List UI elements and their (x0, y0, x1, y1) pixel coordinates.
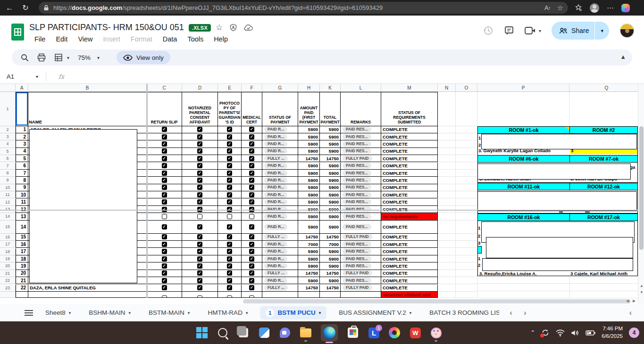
remarks-chip[interactable]: FULLY PAID (343, 270, 372, 276)
cell-E17[interactable]: ✓ (218, 241, 242, 248)
checkbox-return-slip[interactable]: ✓ (162, 285, 167, 290)
cell-C15[interactable]: ✓ (147, 221, 182, 234)
cell-N5[interactable] (438, 148, 456, 155)
cell-O20[interactable] (456, 262, 477, 270)
cell-M24[interactable]: notarized affidavit and (381, 292, 438, 298)
paint-format-caret[interactable]: ▾ (67, 55, 69, 60)
checkbox-return-slip[interactable]: ✓ (162, 134, 167, 139)
checkbox-parent-id[interactable]: ✓ (227, 185, 232, 190)
cell-E6[interactable]: ✓ (218, 155, 242, 162)
header-cell-C[interactable]: RETURN SLIP (147, 92, 182, 126)
view-only-badge[interactable]: View only (117, 51, 170, 64)
cell-G11[interactable]: PAID R... (262, 191, 298, 198)
sheet-tab-hmtm-rad[interactable]: HMTM-RAD▾ (202, 306, 253, 319)
tab-menu-caret[interactable]: ▾ (319, 311, 321, 315)
checkbox-return-slip[interactable] (162, 214, 167, 219)
remarks-chip[interactable]: PAID RES... (343, 141, 371, 147)
payment-status-chip[interactable]: PAID R... (264, 278, 287, 284)
cell-F12[interactable]: ✓ (242, 199, 262, 206)
checkbox-consent-affidavit[interactable]: ✓ (197, 263, 202, 269)
checkbox-medical-cert[interactable]: ✓ (249, 171, 254, 176)
cell-C19[interactable]: ✓ (147, 255, 182, 262)
cell-E9[interactable]: ✓ (218, 177, 242, 184)
cell-M18[interactable]: COMPLETE (381, 248, 438, 255)
checkbox-parent-id[interactable]: ✓ (227, 256, 232, 262)
cell-C7[interactable]: ✓ (147, 163, 182, 170)
cell-N17[interactable] (438, 241, 456, 248)
cell-C18[interactable]: ✓ (147, 248, 182, 255)
star-icon[interactable]: ☆ (216, 23, 223, 33)
header-cell-O[interactable] (456, 92, 477, 126)
checkbox-return-slip[interactable]: ✓ (162, 192, 167, 197)
cell-N15[interactable] (438, 221, 456, 234)
remarks-chip[interactable]: PAID RES... (343, 263, 371, 269)
frozen-column-divider[interactable] (146, 84, 148, 298)
cell-L4[interactable]: PAID RES... (341, 140, 381, 147)
cell-M19[interactable]: COMPLETE (381, 255, 438, 262)
cell-H16[interactable]: 14750 (298, 234, 320, 241)
payment-status-chip[interactable]: PAID R... (264, 248, 287, 254)
cell-D23[interactable]: ✓ (182, 285, 218, 292)
payment-status-chip[interactable]: PAID R... (264, 163, 287, 169)
remarks-chip[interactable]: PAID RES... (343, 148, 371, 154)
cell-L12[interactable]: PAID RES... (341, 199, 381, 206)
checkbox-consent-affidavit[interactable]: ✓ (197, 178, 202, 183)
remarks-chip[interactable]: PAID RES... (343, 199, 371, 205)
cell-L2[interactable]: PAID RES... (341, 126, 381, 133)
checkbox-medical-cert[interactable]: ✓ (249, 185, 254, 190)
remarks-chip[interactable]: PAID RES... (343, 163, 371, 169)
header-cell-G[interactable]: STATUS OF PAYMENT (262, 92, 298, 126)
cell-L21[interactable]: FULLY PAID (341, 270, 381, 277)
vertical-scrollbar-thumb[interactable] (639, 126, 644, 250)
cell-M2[interactable]: COMPLETE (381, 126, 438, 133)
browser-menu-icon[interactable]: ⋯ (607, 4, 614, 12)
cell-C22[interactable]: ✓ (147, 277, 182, 284)
header-cell-L[interactable]: REMARKS (341, 92, 381, 126)
checkbox-return-slip[interactable]: ✓ (162, 171, 167, 176)
cell-N20[interactable] (438, 262, 456, 270)
remarks-chip[interactable]: PAID RES... (343, 134, 371, 140)
checkbox-consent-affidavit[interactable] (197, 214, 202, 219)
horizontal-scrollbar[interactable] (0, 298, 638, 304)
header-cell-P[interactable] (477, 92, 569, 126)
cell-A22[interactable]: 21 (16, 277, 28, 284)
paint-format-icon[interactable] (52, 51, 65, 64)
cell-O16[interactable] (456, 234, 477, 241)
header-cell-D[interactable]: NOTARIZED PARENTAL CONSENT AFFIDAVIT (182, 92, 218, 126)
cell-D3[interactable]: ✓ (182, 133, 218, 140)
checkbox-consent-affidavit[interactable]: ✓ (197, 141, 202, 147)
cell-G18[interactable]: PAID R... (262, 248, 298, 255)
cell-H23[interactable]: 14750 (298, 285, 320, 292)
checkbox-consent-affidavit[interactable]: ✓ (197, 242, 202, 247)
cell-M12[interactable]: COMPLETE (381, 199, 438, 206)
cell-E14[interactable] (218, 213, 242, 220)
room-header-7[interactable]: ROOM #7-ok (569, 155, 638, 163)
menu-item-edit[interactable]: Edit (51, 34, 72, 44)
cell-G2[interactable]: PAID R... (262, 126, 298, 133)
favorite-star-icon[interactable]: ☆ (557, 4, 563, 12)
collections-icon[interactable] (575, 4, 582, 12)
cell-A20[interactable]: 19 (16, 262, 28, 270)
cell-L10[interactable]: PAID RES... (341, 184, 381, 191)
checkbox-parent-id[interactable]: ✓ (227, 148, 232, 154)
cell-G20[interactable]: PAID R... (262, 262, 298, 270)
start-button[interactable] (196, 327, 208, 338)
cell-L19[interactable]: PAID RES... (341, 255, 381, 262)
checkbox-parent-id[interactable]: ✓ (227, 127, 232, 132)
cell-G3[interactable]: PAID R... (262, 133, 298, 140)
cell-F20[interactable]: ✓ (242, 262, 262, 270)
payment-status-chip[interactable]: FULLY ... (264, 285, 288, 291)
cell-F8[interactable]: ✓ (242, 170, 262, 177)
room-header-6[interactable]: ROOM #6-ok (477, 155, 570, 163)
share-caret[interactable]: ▾ (595, 28, 609, 34)
cell-G14[interactable]: PAID R... (262, 213, 298, 220)
cell-H14[interactable]: 5900 (298, 213, 320, 220)
payment-status-chip[interactable]: PAID R... (264, 213, 287, 220)
cell-G8[interactable]: PAID R... (262, 170, 298, 177)
checkbox-return-slip[interactable]: ✓ (162, 148, 167, 154)
cell-F14[interactable] (242, 213, 262, 220)
checkbox-return-slip[interactable]: ✓ (162, 234, 167, 239)
menu-item-help[interactable]: Help (209, 34, 232, 44)
cell-M16[interactable]: COMPLETE (381, 234, 438, 241)
checkbox-return-slip[interactable]: ✓ (162, 224, 167, 229)
